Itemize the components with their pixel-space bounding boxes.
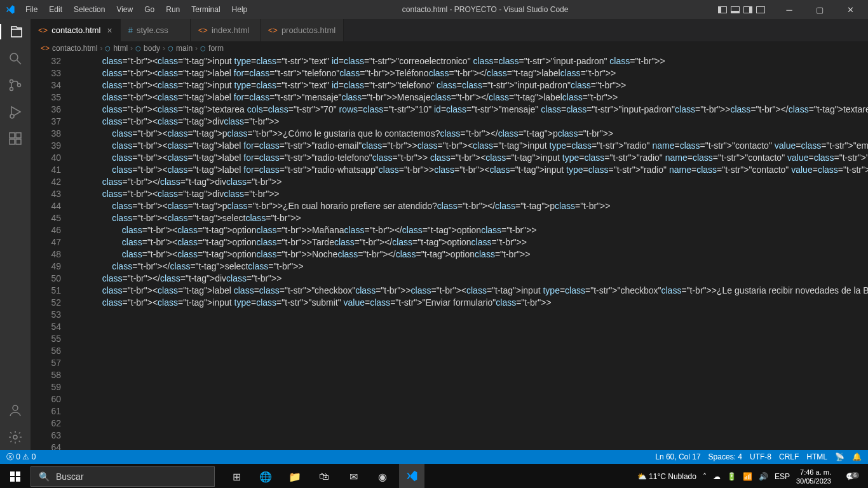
tray-battery-icon[interactable]: 🔋: [727, 472, 736, 481]
tray-notifications-icon[interactable]: 💬6: [837, 472, 863, 481]
css-file-icon: #: [128, 25, 133, 35]
editor-area: <> contacto.html × # style.css <> index.…: [31, 19, 868, 450]
tab-productos[interactable]: <> productos.html: [261, 19, 344, 41]
menu-terminal[interactable]: Terminal: [186, 3, 225, 17]
tray-wifi-icon[interactable]: 📶: [743, 472, 752, 481]
svg-rect-15: [10, 477, 15, 482]
search-placeholder: Buscar: [56, 471, 84, 482]
title-bar: File Edit Selection View Go Run Terminal…: [0, 0, 868, 19]
menu-file[interactable]: File: [20, 3, 43, 17]
svg-rect-9: [16, 139, 21, 144]
breadcrumb-file[interactable]: contacto.html: [52, 44, 97, 53]
line-gutter: 3233343536373839404142434445464748495051…: [31, 55, 72, 450]
status-errors[interactable]: ⓧ 0 ⚠ 0: [6, 452, 36, 463]
menu-help[interactable]: Help: [227, 3, 253, 17]
menu-view[interactable]: View: [111, 3, 138, 17]
tray-clock[interactable]: 7:46 a. m. 30/05/2023: [796, 468, 831, 485]
breadcrumb[interactable]: <> contacto.html › ⬡ html › ⬡ body › ⬡ m…: [31, 41, 868, 55]
breadcrumb-main[interactable]: main: [176, 44, 193, 53]
breadcrumb-form[interactable]: form: [208, 44, 224, 53]
taskbar-search[interactable]: 🔍 Buscar: [31, 466, 215, 487]
symbol-icon: ⬡: [200, 45, 206, 52]
settings-gear-icon[interactable]: [8, 430, 23, 445]
menu-edit[interactable]: Edit: [44, 3, 67, 17]
menu-go[interactable]: Go: [139, 3, 159, 17]
svg-rect-10: [16, 133, 21, 138]
accounts-icon[interactable]: [8, 403, 23, 418]
html-file-icon: <>: [41, 44, 50, 53]
tray-onedrive-icon[interactable]: ☁: [713, 472, 721, 481]
code-editor[interactable]: class="t-br"><class="t-tag">input type=c…: [72, 55, 868, 450]
layout-toggle-panel-icon[interactable]: [731, 6, 740, 13]
edge-icon[interactable]: 🌐: [253, 464, 278, 488]
weather-widget[interactable]: ⛅ 11°C Nublado: [637, 472, 696, 481]
breadcrumb-body[interactable]: body: [144, 44, 160, 53]
tab-label: style.css: [137, 25, 168, 35]
window-close[interactable]: ✕: [837, 0, 863, 19]
vscode-taskbar-icon[interactable]: [399, 464, 424, 488]
store-icon[interactable]: 🛍: [311, 464, 337, 488]
svg-rect-14: [16, 471, 20, 476]
svg-rect-8: [10, 139, 15, 144]
status-spaces[interactable]: Spaces: 4: [709, 452, 742, 461]
menu-selection[interactable]: Selection: [69, 3, 110, 17]
window-minimize[interactable]: ─: [776, 0, 802, 19]
svg-point-4: [18, 84, 21, 87]
activity-bar: [0, 19, 31, 450]
status-eol[interactable]: CRLF: [779, 452, 799, 461]
layout-toggle-secondary-icon[interactable]: [743, 6, 752, 13]
status-feedback-icon[interactable]: 📡: [835, 452, 844, 461]
svg-point-2: [10, 80, 13, 83]
menu-bar: File Edit Selection View Go Run Terminal…: [20, 3, 252, 17]
breadcrumb-html[interactable]: html: [113, 44, 128, 53]
html-file-icon: <>: [198, 25, 208, 35]
start-button[interactable]: [0, 471, 31, 482]
task-view-icon[interactable]: ⊞: [224, 464, 249, 488]
status-bell-icon[interactable]: 🔔: [852, 452, 862, 461]
file-explorer-icon[interactable]: 📁: [282, 464, 308, 488]
search-icon[interactable]: [8, 51, 23, 66]
tray-volume-icon[interactable]: 🔊: [759, 472, 768, 481]
close-icon[interactable]: ×: [107, 25, 112, 36]
windows-taskbar: 🔍 Buscar ⊞ 🌐 📁 🛍 ✉ ◉ ⛅ 11°C Nublado ˄ ☁ …: [0, 464, 868, 488]
svg-rect-16: [16, 477, 20, 482]
svg-point-12: [13, 435, 17, 439]
explorer-icon[interactable]: [0, 24, 31, 39]
layout-toggle-sidebar-icon[interactable]: [718, 6, 727, 13]
editor-tabs: <> contacto.html × # style.css <> index.…: [31, 19, 868, 41]
search-icon: 🔍: [39, 471, 50, 482]
source-control-icon[interactable]: [8, 78, 23, 93]
chrome-icon[interactable]: ◉: [370, 464, 395, 488]
tab-contacto[interactable]: <> contacto.html ×: [31, 19, 121, 41]
tray-chevron-icon[interactable]: ˄: [703, 472, 707, 481]
status-bar: ⓧ 0 ⚠ 0 Ln 60, Col 17 Spaces: 4 UTF-8 CR…: [0, 450, 868, 464]
svg-point-6: [10, 114, 14, 118]
extensions-icon[interactable]: [8, 131, 23, 146]
tab-index[interactable]: <> index.html: [191, 19, 261, 41]
tab-label: productos.html: [281, 25, 336, 35]
window-maximize[interactable]: ▢: [807, 0, 832, 19]
layout-customize-icon[interactable]: [756, 6, 765, 13]
symbol-icon: ⬡: [135, 45, 141, 52]
window-controls: ─ ▢ ✕: [718, 0, 863, 19]
tray-language[interactable]: ESP: [775, 472, 790, 481]
svg-point-0: [10, 53, 18, 61]
status-lang[interactable]: HTML: [806, 452, 827, 461]
window-title: contacto.html - PROYECTO - Visual Studio…: [252, 5, 718, 14]
symbol-icon: ⬡: [168, 45, 173, 52]
tab-label: contacto.html: [51, 25, 100, 35]
tab-style[interactable]: # style.css: [121, 19, 191, 41]
menu-run[interactable]: Run: [161, 3, 185, 17]
run-debug-icon[interactable]: [8, 104, 23, 119]
html-file-icon: <>: [268, 25, 278, 35]
vscode-logo-icon: [5, 4, 15, 15]
html-file-icon: <>: [38, 25, 48, 35]
mail-icon[interactable]: ✉: [341, 464, 366, 488]
status-encoding[interactable]: UTF-8: [750, 452, 771, 461]
svg-point-3: [10, 88, 13, 91]
svg-rect-7: [10, 133, 15, 138]
status-cursor[interactable]: Ln 60, Col 17: [655, 452, 700, 461]
tab-label: index.html: [212, 25, 249, 35]
svg-point-11: [13, 405, 18, 410]
svg-rect-13: [10, 471, 15, 476]
